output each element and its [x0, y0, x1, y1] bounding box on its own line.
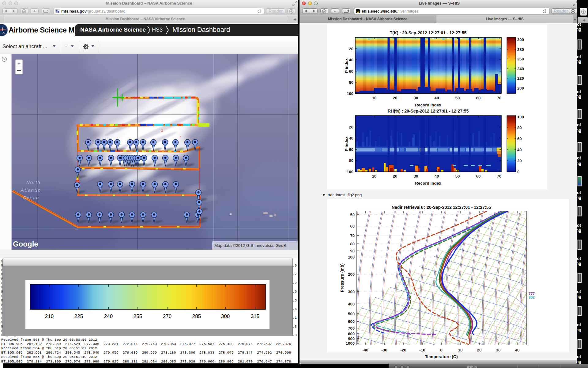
- svg-text:-20: -20: [400, 348, 406, 352]
- svg-text:0: 0: [440, 348, 443, 352]
- svg-text:300: 300: [517, 37, 524, 42]
- svg-text:80: 80: [349, 80, 353, 85]
- svg-text:315: 315: [251, 313, 259, 319]
- svg-text:-30: -30: [381, 348, 387, 352]
- svg-text:60: 60: [349, 147, 353, 152]
- svg-text:0: 0: [517, 170, 519, 174]
- svg-text:70: 70: [497, 96, 501, 100]
- svg-text:600: 600: [348, 319, 355, 324]
- svg-text:60: 60: [517, 136, 522, 141]
- svg-text:80: 80: [350, 242, 355, 246]
- svg-text:270: 270: [163, 313, 172, 319]
- svg-text:802: 802: [529, 295, 535, 300]
- svg-text:800: 800: [348, 332, 355, 336]
- svg-text:10: 10: [372, 174, 376, 178]
- svg-text:RH(%) : 20-Sep-2012 12:27:01 -: RH(%) : 20-Sep-2012 12:27:01 - 12:27:55: [388, 109, 469, 113]
- svg-text:900: 900: [348, 336, 355, 341]
- svg-text:285: 285: [192, 313, 201, 319]
- svg-text:400: 400: [348, 302, 355, 306]
- svg-text:500: 500: [348, 312, 355, 316]
- svg-text:P index: P index: [344, 58, 349, 73]
- svg-text:300: 300: [221, 313, 230, 319]
- svg-text:P index: P index: [344, 136, 349, 151]
- svg-text:20: 20: [393, 96, 397, 100]
- svg-text:90: 90: [350, 249, 355, 253]
- svg-text:20: 20: [517, 159, 522, 163]
- svg-text:Atlantic: Atlantic: [21, 187, 41, 193]
- svg-text:-10: -10: [419, 348, 425, 352]
- svg-text:20: 20: [477, 348, 481, 352]
- svg-text:T(K) : 20-Sep-2012 12:27:01 -: T(K) : 20-Sep-2012 12:27:01 - 12:27:55: [390, 30, 467, 35]
- svg-text:220: 220: [517, 76, 524, 81]
- svg-text:20: 20: [349, 47, 353, 51]
- svg-text:40: 40: [435, 174, 439, 178]
- svg-text:100: 100: [347, 91, 353, 96]
- svg-text:+: +: [17, 61, 21, 67]
- svg-text:200: 200: [517, 86, 524, 90]
- svg-text:Ocean: Ocean: [23, 195, 39, 200]
- svg-text:40: 40: [435, 96, 439, 100]
- svg-text:Record index: Record index: [415, 103, 441, 107]
- svg-text:260: 260: [517, 57, 524, 61]
- svg-text:300: 300: [348, 289, 355, 294]
- svg-text:rtdr_latest_fig2.png: rtdr_latest_fig2.png: [328, 193, 362, 197]
- svg-text:280: 280: [517, 47, 524, 52]
- svg-text:210: 210: [45, 313, 54, 319]
- svg-text:60: 60: [476, 96, 481, 100]
- svg-text:-40: -40: [362, 348, 368, 352]
- svg-text:20: 20: [393, 174, 397, 178]
- svg-text:Record index: Record index: [415, 181, 441, 186]
- svg-text:240: 240: [517, 67, 524, 71]
- svg-text:700: 700: [348, 326, 355, 331]
- svg-text:30: 30: [414, 174, 418, 178]
- svg-text:80: 80: [517, 125, 522, 130]
- svg-text:10: 10: [458, 348, 462, 352]
- svg-text:200: 200: [348, 272, 355, 277]
- svg-text:50: 50: [350, 213, 355, 217]
- svg-text:240: 240: [104, 313, 113, 319]
- svg-text:80: 80: [349, 158, 353, 163]
- svg-text:60: 60: [349, 69, 353, 74]
- svg-text:60: 60: [350, 224, 355, 228]
- svg-text:Map data ©2012 GIS Innovatsia,: Map data ©2012 GIS Innovatsia, GeoB: [214, 243, 286, 248]
- svg-text:Nadir retrievals : 20-Sep-2012: Nadir retrievals : 20-Sep-2012 12:27:01 …: [392, 205, 491, 210]
- svg-text:Pressure (mb): Pressure (mb): [340, 263, 345, 292]
- svg-text:30: 30: [496, 348, 500, 352]
- svg-text:40: 40: [515, 348, 519, 352]
- svg-text:20: 20: [349, 125, 353, 129]
- svg-text:70: 70: [497, 174, 501, 178]
- svg-text:Google: Google: [13, 240, 38, 248]
- svg-text:1000: 1000: [346, 341, 355, 346]
- svg-text:30: 30: [414, 96, 418, 100]
- svg-text:10: 10: [372, 96, 376, 100]
- svg-text:North: North: [26, 180, 41, 185]
- svg-text:100: 100: [348, 255, 355, 259]
- svg-text:255: 255: [134, 313, 142, 319]
- svg-text:100: 100: [347, 170, 353, 174]
- svg-text:100: 100: [517, 115, 524, 119]
- svg-text:40: 40: [349, 58, 353, 62]
- svg-text:40: 40: [349, 136, 353, 140]
- svg-text:50: 50: [455, 174, 460, 178]
- svg-text:50: 50: [455, 96, 460, 100]
- svg-text:40: 40: [517, 148, 522, 152]
- svg-text:70: 70: [350, 233, 355, 238]
- svg-text:225: 225: [74, 313, 83, 319]
- svg-text:Temperature (C): Temperature (C): [425, 354, 458, 359]
- svg-text:60: 60: [476, 174, 481, 178]
